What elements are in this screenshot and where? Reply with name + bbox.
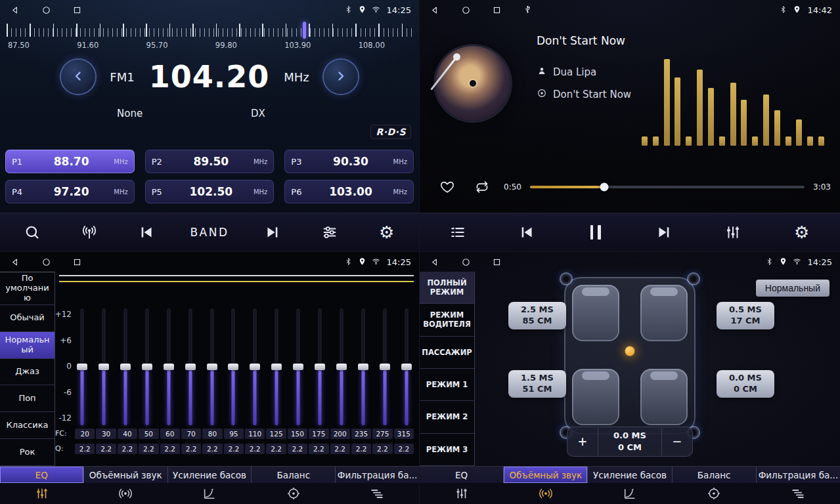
tab-surround[interactable]: Объёмный звук bbox=[504, 467, 588, 483]
slider-handle[interactable] bbox=[142, 364, 152, 370]
preset-button-p1[interactable]: P1 88.70 MHz bbox=[5, 150, 135, 173]
eq-preset-pop[interactable]: Поп bbox=[0, 385, 55, 412]
favorite-heart-icon[interactable] bbox=[434, 179, 460, 195]
q-value[interactable]: 2.2 bbox=[118, 444, 137, 454]
tab-filter[interactable]: Фильтрация ба... bbox=[336, 467, 419, 483]
fc-value[interactable]: 175 bbox=[309, 429, 328, 439]
frequency-scale[interactable] bbox=[7, 24, 412, 38]
eq-band-slider[interactable] bbox=[357, 308, 369, 425]
eq-sliders-icon[interactable] bbox=[420, 486, 504, 501]
q-value[interactable]: 2.2 bbox=[160, 444, 180, 454]
next-track-icon[interactable] bbox=[651, 224, 677, 241]
gear-icon[interactable]: ⚙ bbox=[374, 224, 400, 241]
tab-eq[interactable]: EQ bbox=[420, 467, 504, 483]
fc-value[interactable]: 70 bbox=[181, 429, 201, 439]
eq-preset-classic[interactable]: Классика bbox=[0, 412, 55, 439]
eq-band-slider[interactable] bbox=[271, 308, 282, 425]
nav-home-button[interactable] bbox=[461, 5, 471, 15]
balance-icon[interactable] bbox=[252, 486, 336, 501]
fc-value[interactable]: 80 bbox=[202, 429, 222, 439]
eq-band-slider[interactable] bbox=[336, 308, 347, 425]
tab-filter[interactable]: Фильтрация ба... bbox=[757, 467, 840, 483]
gear-icon[interactable]: ⚙ bbox=[789, 224, 815, 241]
fc-value[interactable]: 30 bbox=[96, 429, 116, 439]
tab-surround[interactable]: Объёмный звук bbox=[84, 467, 168, 483]
q-value[interactable]: 2.2 bbox=[288, 444, 307, 454]
eq-band-slider[interactable] bbox=[227, 308, 239, 425]
mode-driver[interactable]: РЕЖИМ ВОДИТЕЛЯ bbox=[420, 304, 474, 336]
slider-handle[interactable] bbox=[99, 364, 109, 370]
eq-band-slider[interactable] bbox=[120, 308, 131, 425]
eq-band-slider[interactable] bbox=[206, 308, 218, 425]
delay-card-rear-right[interactable]: 0.0 MS 0 CM bbox=[717, 370, 774, 398]
eq-preset-jazz[interactable]: Джаз bbox=[0, 359, 55, 386]
delay-card-rear-left[interactable]: 1.5 MS 51 CM bbox=[508, 370, 566, 398]
scan-icon[interactable] bbox=[19, 224, 45, 241]
slider-handle[interactable] bbox=[401, 364, 412, 370]
eq-preset-normal[interactable]: Нормальный bbox=[0, 332, 55, 359]
delay-card-front-left[interactable]: 2.5 MS 85 CM bbox=[508, 302, 566, 329]
fc-value[interactable]: 95 bbox=[224, 429, 244, 439]
q-value[interactable]: 2.2 bbox=[181, 444, 201, 454]
surround-sound-icon[interactable] bbox=[504, 486, 588, 501]
nav-back-button[interactable] bbox=[11, 257, 20, 267]
nav-back-button[interactable] bbox=[430, 5, 440, 15]
fc-value[interactable]: 60 bbox=[160, 429, 180, 439]
q-value[interactable]: 2.2 bbox=[330, 444, 350, 454]
tuner-indicator[interactable] bbox=[303, 22, 306, 39]
surround-sound-icon[interactable] bbox=[84, 486, 168, 501]
nav-back-button[interactable] bbox=[430, 257, 440, 267]
progress-slider[interactable] bbox=[530, 186, 805, 188]
progress-knob[interactable] bbox=[600, 183, 608, 192]
bass-boost-icon[interactable] bbox=[588, 486, 672, 501]
nav-home-button[interactable] bbox=[41, 5, 51, 15]
tab-bass-boost[interactable]: Усиление басов bbox=[168, 467, 252, 483]
eq-preset-custom[interactable]: Обычай bbox=[0, 305, 55, 332]
q-value[interactable]: 2.2 bbox=[309, 444, 328, 454]
slider-handle[interactable] bbox=[120, 364, 131, 370]
nav-recents-button[interactable] bbox=[492, 257, 502, 267]
slider-handle[interactable] bbox=[77, 364, 87, 370]
band-button[interactable]: BAND bbox=[190, 226, 229, 239]
audio-settings-sliders-icon[interactable] bbox=[317, 224, 343, 241]
fc-value[interactable]: 200 bbox=[330, 429, 350, 439]
delay-decrease-button[interactable]: − bbox=[662, 434, 692, 450]
eq-band-slider[interactable] bbox=[249, 308, 261, 425]
mode-full[interactable]: ПОЛНЫЙ РЕЖИМ bbox=[420, 272, 474, 304]
filter-icon[interactable] bbox=[756, 486, 840, 501]
mode-2[interactable]: РЕЖИМ 2 bbox=[420, 401, 474, 433]
slider-handle[interactable] bbox=[207, 364, 217, 370]
mode-1[interactable]: РЕЖИМ 1 bbox=[420, 369, 474, 401]
q-value[interactable]: 2.2 bbox=[351, 444, 371, 454]
nav-home-button[interactable] bbox=[41, 257, 51, 267]
preset-button-p2[interactable]: P2 89.50 MHz bbox=[145, 150, 275, 173]
eq-sliders-icon[interactable] bbox=[0, 486, 84, 501]
tune-up-button[interactable] bbox=[324, 60, 358, 94]
eq-sliders-icon[interactable] bbox=[720, 224, 746, 241]
fc-value[interactable]: 150 bbox=[288, 429, 307, 439]
fc-value[interactable]: 50 bbox=[139, 429, 158, 439]
slider-handle[interactable] bbox=[293, 364, 303, 370]
fc-value[interactable]: 40 bbox=[118, 429, 137, 439]
balance-icon[interactable] bbox=[672, 486, 756, 501]
preset-button-p6[interactable]: P6 103.00 MHz bbox=[284, 180, 414, 203]
tab-balance[interactable]: Баланс bbox=[252, 467, 336, 483]
slider-handle[interactable] bbox=[380, 364, 390, 370]
tab-balance[interactable]: Баланс bbox=[673, 467, 757, 483]
nav-home-button[interactable] bbox=[461, 257, 471, 267]
q-value[interactable]: 2.2 bbox=[224, 444, 244, 454]
nav-recents-button[interactable] bbox=[492, 5, 502, 15]
normal-preset-button[interactable]: Нормальный bbox=[756, 280, 829, 297]
q-value[interactable]: 2.2 bbox=[202, 444, 222, 454]
preset-button-p3[interactable]: P3 90.30 MHz bbox=[284, 150, 414, 173]
eq-band-slider[interactable] bbox=[292, 308, 304, 425]
eq-band-slider[interactable] bbox=[379, 308, 391, 425]
q-value[interactable]: 2.2 bbox=[75, 444, 95, 454]
bass-boost-icon[interactable] bbox=[167, 486, 252, 501]
eq-preset-default[interactable]: По умолчанию bbox=[0, 272, 55, 305]
slider-handle[interactable] bbox=[271, 364, 282, 370]
preset-button-p5[interactable]: P5 102.50 MHz bbox=[145, 180, 275, 203]
seat-rear-left[interactable] bbox=[572, 369, 619, 425]
fc-value[interactable]: 235 bbox=[351, 429, 371, 439]
slider-handle[interactable] bbox=[250, 364, 260, 370]
